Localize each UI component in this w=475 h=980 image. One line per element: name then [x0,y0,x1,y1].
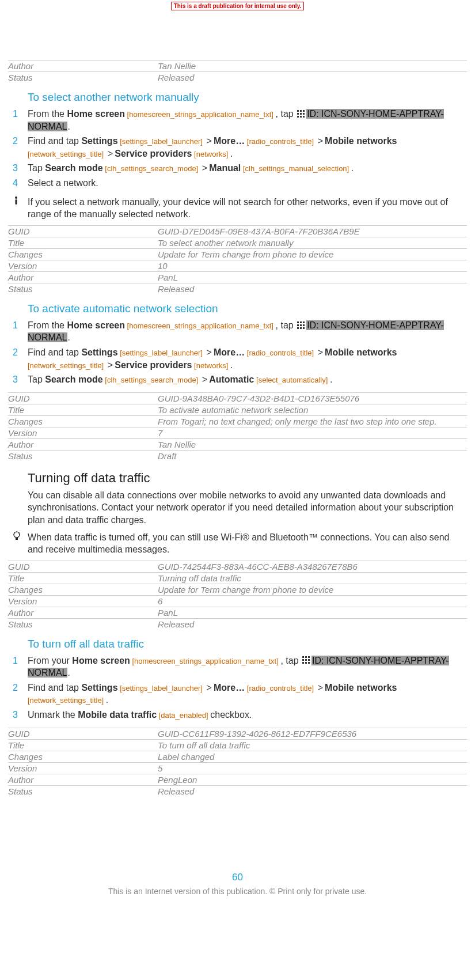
text: . [230,149,233,158]
breadcrumb-separator: > [207,136,212,146]
step: 1 From the Home screen [homescreen_strin… [8,107,467,134]
meta-table: GUIDGUID-742544F3-883A-46CC-AEB8-A348267… [8,561,467,630]
meta-val: GUID-742544F3-883A-46CC-AEB8-A348267E78B… [158,561,467,572]
meta-val: Released [158,283,467,294]
meta-table: GUIDGUID-CC611F89-1392-4026-8612-ED7FF9C… [8,728,467,797]
meta-val: GUID-9A348BA0-79C7-43D2-B4D1-CD1673E5507… [158,392,467,404]
ui-label: Home screen [72,656,130,665]
ui-label: Search mode [45,374,102,384]
draft-banner: This is a draft publication for internal… [171,2,305,10]
meta-key: Title [8,404,158,415]
meta-val: 6 [158,595,467,607]
body-paragraph: You can disable all data connections ove… [28,489,467,527]
step-body: Find and tap Settings [settings_label_la… [28,682,467,706]
meta-val: Released [158,72,467,84]
meta-key: GUID [8,728,158,739]
step: 4 Select a network. [8,176,467,191]
text: From the [28,320,67,330]
meta-key: Author [8,271,158,283]
meta-val: Update for Term change from phone to dev… [158,248,467,260]
text: Unmark the [28,710,78,720]
string-ref: [radio_controls_title] [245,684,316,693]
step-body: Select a network. [28,177,467,190]
svg-rect-3 [297,113,299,115]
svg-rect-5 [303,113,305,115]
step-number: 1 [13,654,23,667]
meta-key: Status [8,72,158,84]
step-number: 2 [13,135,23,147]
meta-key: Status [8,618,158,630]
meta-key: Author [8,60,158,72]
apps-grid-icon [297,321,305,330]
step-number: 1 [13,319,23,332]
text: Find and tap [28,683,81,693]
ui-label: Service providers [115,360,192,370]
step-body: Tap Search mode [clh_settings_search_mod… [28,162,467,175]
meta-val: 5 [158,762,467,774]
step: 2 Find and tap Settings [settings_label_… [8,346,467,373]
breadcrumb-separator: > [318,683,323,693]
meta-val: Released [158,785,467,797]
meta-val: To turn off all data traffic [158,739,467,751]
svg-rect-4 [300,113,302,115]
footer-note: This is an Internet version of this publ… [8,887,467,896]
svg-rect-13 [303,321,305,323]
string-ref: [radio_controls_title] [245,349,316,357]
ui-label: Settings [81,347,117,357]
steps-list: 1 From the Home screen [homescreen_strin… [8,319,467,388]
meta-val: PanL [158,271,467,283]
breadcrumb-separator: > [202,374,207,384]
text: . [351,163,354,173]
text: . [330,374,332,384]
meta-key: Version [8,595,158,607]
svg-rect-32 [308,659,310,661]
step-body: From the Home screen [homescreen_strings… [28,108,467,133]
meta-key: Changes [8,584,158,595]
svg-rect-2 [303,110,305,112]
breadcrumb-separator: > [318,347,323,357]
meta-key: Title [8,237,158,248]
step-number: 1 [13,108,23,120]
ui-label: Search mode [45,163,102,173]
text: Tap [28,163,45,173]
meta-val: 7 [158,427,467,438]
ui-label: Home screen [67,109,125,119]
warning-icon [13,196,23,207]
meta-table-top: AuthorTan Nellie StatusReleased [8,60,467,83]
meta-val: 10 [158,260,467,271]
svg-rect-0 [297,110,299,112]
meta-key: Changes [8,415,158,427]
step-number: 2 [13,346,23,359]
meta-val: Tan Nellie [158,438,467,450]
meta-table: GUIDGUID-9A348BA0-79C7-43D2-B4D1-CD1673E… [8,392,467,461]
meta-val: Released [158,618,467,630]
step-body: Tap Search mode [clh_settings_search_mod… [28,373,467,386]
svg-rect-10 [16,199,17,205]
string-ref: [radio_controls_title] [245,137,316,146]
ui-label: Service providers [115,149,192,158]
string-ref: [networks] [192,361,230,370]
svg-rect-17 [297,327,299,329]
text: . [67,122,70,131]
svg-rect-30 [302,659,304,661]
string-ref: [settings_label_launcher] [118,137,205,146]
meta-val: PengLeon [158,774,467,785]
string-ref: [clh_settings_search_mode] [103,376,200,384]
step: 1 From the Home screen [homescreen_strin… [8,319,467,346]
page-number: 60 [8,872,467,883]
ui-label: Manual [209,163,241,173]
meta-key: Status [8,450,158,461]
breadcrumb-separator: > [207,683,212,693]
meta-val: Draft [158,450,467,461]
meta-key: Author [8,438,158,450]
meta-key: Author [8,607,158,618]
string-ref: [homescreen_strings_application_name_txt… [125,110,276,119]
step-number: 3 [13,162,23,175]
step: 2 Find and tap Settings [settings_label_… [8,681,467,708]
ui-label: Mobile networks [325,347,397,357]
apps-grid-icon [302,656,310,664]
meta-key: Version [8,427,158,438]
svg-rect-18 [300,327,302,329]
svg-rect-7 [300,116,302,118]
string-ref: [settings_label_launcher] [118,684,205,693]
